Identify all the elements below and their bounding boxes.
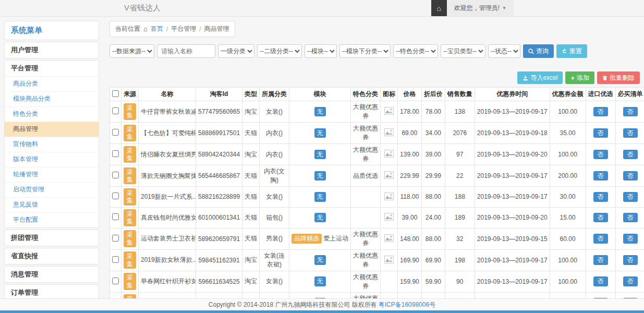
search-icon (528, 49, 534, 54)
row-checkbox[interactable] (112, 192, 119, 199)
products-table: 来源名称淘客Id类型所属分类模块特色分类图标价格折后价销售数量优惠券时间优惠券金… (110, 87, 644, 298)
copyright-text: Copyright © 2014-2018 广州九驰网络科技有限公司 版权所有 (209, 300, 377, 309)
must-buy-toggle[interactable]: 否 (623, 107, 638, 116)
discount-price: 88.00 (421, 228, 445, 249)
icon-cell (381, 271, 398, 292)
home-button[interactable]: ⌂ (431, 0, 447, 16)
row-checkbox[interactable] (112, 213, 119, 220)
product-image-icon (384, 213, 394, 221)
row-checkbox[interactable] (112, 150, 119, 157)
sidebar-item[interactable]: 平台配置 (5, 213, 99, 227)
add-button[interactable]: + 添加 (565, 71, 594, 84)
filter-name-input[interactable] (157, 44, 215, 58)
icp-link[interactable]: 粤ICP备16098006号 (379, 300, 435, 309)
table-row: 采集【七色纺】可爱纯棉家...588869917501天猫内衣()无大额优惠券6… (110, 123, 644, 144)
breadcrumb-separator: / (199, 26, 201, 33)
feature-category: 大额优惠券 (351, 144, 381, 165)
row-checkbox[interactable] (112, 107, 119, 114)
import-select-toggle[interactable]: 否 (593, 192, 608, 201)
batch-delete-label: 批量删除 (610, 74, 635, 82)
filter-data-source-select[interactable]: --数据来源-- (110, 44, 154, 58)
sidebar-item[interactable]: 轮播管理 (5, 167, 99, 183)
sidebar-group-header[interactable]: 用户管理 (5, 42, 99, 58)
column-header: 销售数量 (445, 88, 475, 101)
user-menu[interactable]: 欢迎您，管理员! ▼ (447, 0, 514, 16)
import-select-toggle[interactable]: 否 (593, 213, 608, 222)
sidebar-item[interactable]: 商品管理 (5, 122, 99, 137)
checkbox-cell (110, 165, 121, 187)
filter-level2-category-select[interactable]: --二级分类-- (257, 44, 302, 58)
product-name: 【港风】单肩斜挎链条... (139, 292, 196, 298)
source-badge: 采集 (124, 103, 136, 121)
sidebar-item[interactable]: 意见反馈 (5, 198, 99, 213)
breadcrumb-item-platform[interactable]: 平台管理 (171, 25, 196, 33)
import-select-toggle[interactable]: 否 (593, 276, 608, 286)
discount-price: 88.00 (421, 187, 445, 208)
must-buy-toggle[interactable]: 否 (623, 234, 638, 243)
module-cell: 无 (289, 123, 351, 144)
refresh-icon (562, 49, 567, 54)
module-cell: 无 (289, 207, 351, 228)
sidebar-group-header[interactable]: 拼团管理 (5, 230, 99, 246)
sidebar-group-header[interactable]: 订单管理 (5, 285, 99, 298)
import-select-toggle[interactable]: 否 (593, 171, 608, 180)
select-all-checkbox[interactable] (112, 90, 119, 97)
must-buy-toggle[interactable]: 否 (623, 192, 638, 201)
reset-button[interactable]: 重置 (556, 44, 587, 58)
coupon-time: 2019-09-13—2019-09-17 (475, 101, 550, 123)
product-type: 天猫 (242, 207, 260, 228)
coupon-time: 2019-09-13—2019-09-15 (475, 228, 550, 249)
source-cell: 采集 (121, 207, 139, 228)
product-type: 淘宝 (242, 292, 260, 298)
filter-bar: --数据来源--一级分类--二级分类----模块----模块下分类----特色分… (110, 44, 640, 58)
must-buy-toggle[interactable]: 否 (623, 150, 638, 159)
sidebar-item[interactable]: 商品分类 (5, 77, 99, 92)
must-buy-toggle[interactable]: 否 (623, 171, 638, 180)
taoke-id: 589620659791 (196, 228, 242, 249)
filter-module-subcategory-select[interactable]: --模块下分类-- (339, 44, 391, 58)
sidebar-group: 订单管理 (4, 284, 99, 298)
row-checkbox[interactable] (112, 172, 119, 178)
batch-delete-button[interactable]: 批量删除 (597, 71, 640, 84)
sidebar-item[interactable]: 模块商品分类 (5, 92, 99, 107)
sidebar-group-header[interactable]: 消息管理 (5, 267, 99, 282)
checkbox-cell (110, 123, 121, 144)
sales-count: 90 (445, 271, 475, 292)
breadcrumb-home-link[interactable]: 首页 (151, 25, 163, 33)
search-button[interactable]: 查询 (523, 44, 554, 58)
product-image-icon (384, 107, 394, 115)
sidebar-group-header[interactable]: 平台管理 (5, 61, 99, 76)
sidebar-item[interactable]: 宣传物料 (5, 137, 99, 152)
breadcrumb-item-products: 商品管理 (204, 25, 229, 33)
row-checkbox[interactable] (112, 129, 119, 136)
filter-status-select[interactable]: --状态-- (488, 44, 520, 58)
sidebar-item[interactable]: 特色分类 (5, 107, 99, 122)
must-buy-toggle[interactable]: 否 (623, 213, 638, 222)
import-select-toggle[interactable]: 否 (593, 107, 608, 116)
filter-level1-category-select[interactable]: 一级分类 (218, 44, 254, 58)
import-select-toggle[interactable]: 否 (593, 150, 608, 159)
sidebar-item[interactable]: 版本管理 (5, 152, 99, 167)
source-badge: 采集 (124, 230, 136, 247)
import-select-cell: 否 (586, 292, 615, 298)
import-select-toggle[interactable]: 否 (593, 128, 608, 138)
row-checkbox[interactable] (112, 256, 119, 263)
import-select-toggle[interactable]: 否 (593, 255, 608, 264)
sidebar-group-header[interactable]: 省直快报 (5, 248, 99, 264)
import-excel-button[interactable]: 导入excel (517, 71, 563, 84)
filter-feature-category-select[interactable]: --特色分类-- (393, 44, 438, 58)
taoke-id: 598451162391 (196, 249, 242, 271)
import-select-toggle[interactable]: 否 (593, 234, 608, 243)
row-checkbox[interactable] (112, 278, 119, 284)
filter-module-select[interactable]: --模块-- (305, 44, 337, 58)
must-buy-toggle[interactable]: 否 (623, 276, 638, 286)
sales-count: 138 (445, 101, 475, 123)
must-buy-toggle[interactable]: 否 (623, 255, 638, 264)
source-badge: 采集 (124, 146, 136, 163)
row-checkbox[interactable] (112, 235, 119, 242)
filter-item-type-select[interactable]: --宝贝类型-- (441, 44, 485, 58)
module-badge: 品牌精选 (291, 234, 322, 243)
must-buy-toggle[interactable]: 否 (623, 128, 638, 138)
sidebar-item[interactable]: 启动页管理 (5, 183, 99, 198)
coupon-amount: 50.00 (550, 292, 586, 298)
